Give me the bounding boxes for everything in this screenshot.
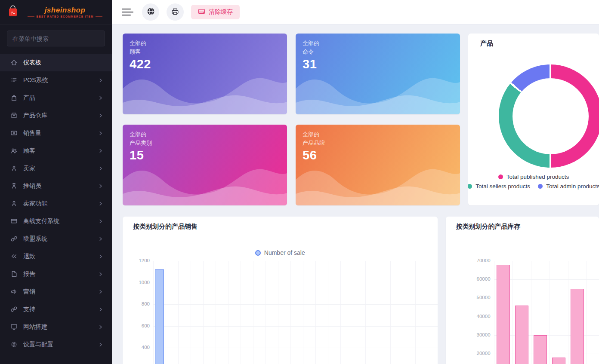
chevron-right-icon [98, 324, 103, 330]
chart-legend: Number of sale [123, 249, 438, 256]
customers-icon [10, 147, 18, 154]
sidebar-toggle-button[interactable] [122, 7, 135, 17]
products-card-title: 产品 [468, 34, 599, 54]
sidebar-item-sales[interactable]: 销售量 [0, 124, 112, 142]
bar [497, 265, 510, 364]
clear-cache-button[interactable]: 清除缓存 [191, 5, 240, 19]
legend-dot-icon [538, 184, 543, 189]
stat-value: 422 [130, 57, 280, 71]
sidebar-item-label: 支持 [23, 306, 98, 313]
legend-dot-icon [468, 184, 472, 189]
bar [552, 358, 565, 364]
legend-item[interactable]: Total admin products [538, 183, 599, 190]
sidebar-item-seller-features[interactable]: 卖家功能 [0, 195, 112, 212]
legend-item[interactable]: Total published products [498, 174, 569, 180]
stat-card-命令[interactable]: 全部的命令31 [296, 34, 460, 114]
sidebar-item-sellers[interactable]: 卖家 [0, 159, 112, 177]
globe-icon [146, 7, 155, 17]
sidebar-item-marketing[interactable]: 营销 [0, 283, 112, 300]
stat-prefix: 全部的 [130, 130, 280, 139]
sidebar-item-report[interactable]: 报告 [0, 265, 112, 283]
legend-item[interactable]: Total sellers products [468, 183, 530, 190]
y-axis-tick: 600 [124, 323, 150, 328]
report-icon [10, 270, 18, 278]
donut-hole [513, 78, 589, 154]
stat-prefix: 全部的 [130, 39, 280, 48]
sales-bar-chart: Number of sale12001000800600400 [123, 237, 438, 364]
chevron-right-icon [98, 219, 103, 224]
affiliate-icon [10, 235, 18, 242]
printer-icon [171, 7, 179, 17]
seller-icon [10, 165, 18, 172]
products-card: 产品 Total published productsTotal sellers… [468, 34, 599, 205]
print-button[interactable] [167, 3, 184, 21]
y-axis-tick: 70000 [465, 258, 491, 263]
y-axis-tick: 30000 [465, 332, 491, 337]
stat-card-顾客[interactable]: 全部的顾客422 [123, 34, 287, 114]
products-donut-chart [499, 64, 599, 168]
plot-area: 12001000800600400 [153, 261, 438, 364]
chevron-right-icon [98, 78, 103, 83]
pos-icon [10, 76, 18, 84]
sidebar-item-label: 报告 [23, 270, 98, 278]
y-axis-tick: 40000 [465, 314, 491, 319]
clear-cache-label: 清除缓存 [209, 8, 233, 16]
chevron-right-icon [98, 131, 103, 136]
topbar: 清除缓存 [112, 0, 599, 24]
y-axis-tick: 20000 [465, 351, 491, 356]
seller-features-icon [10, 200, 18, 207]
sales-chart-title: 按类别划分的产品销售 [123, 217, 438, 237]
chevron-right-icon [98, 148, 103, 153]
sidebar-item-website[interactable]: 网站搭建 [0, 318, 112, 336]
sidebar-item-affiliate[interactable]: 联盟系统 [0, 230, 112, 248]
sidebar-item-label: 卖家 [23, 165, 98, 172]
stat-label: 顾客 [130, 48, 280, 56]
sidebar-item-label: 仪表板 [23, 59, 103, 67]
warehouse-icon [10, 112, 18, 119]
sidebar-item-label: 网站搭建 [23, 323, 98, 331]
y-axis-tick: 60000 [465, 276, 491, 281]
sales-by-category-card: 按类别划分的产品销售 Number of sale120010008006004… [123, 217, 438, 364]
cache-drive-icon [198, 8, 205, 16]
y-axis-tick: 800 [124, 301, 150, 306]
language-globe-button[interactable] [142, 3, 159, 21]
sidebar-item-label: 产品仓库 [23, 112, 98, 119]
settings-icon [10, 341, 18, 348]
bag-icon [10, 94, 18, 101]
sidebar-menu: 仪表板POS系统产品产品仓库销售量顾客卖家推销员卖家功能离线支付系统联盟系统退款… [0, 53, 112, 353]
donut-legend: Total published productsTotal sellers pr… [468, 174, 599, 190]
refund-icon [10, 253, 18, 260]
marketing-icon [10, 288, 18, 295]
sales-icon [10, 129, 18, 137]
stat-label: 产品类别 [130, 139, 280, 147]
menu-search-input[interactable] [7, 31, 105, 46]
legend-marker-icon [255, 250, 261, 256]
sidebar-item-customers[interactable]: 顾客 [0, 142, 112, 159]
stat-prefix: 全部的 [303, 39, 453, 48]
stat-card-产品类别[interactable]: 全部的产品类别15 [123, 125, 287, 205]
chevron-right-icon [98, 113, 103, 118]
offline-payment-icon [10, 217, 18, 225]
sidebar-item-label: 产品 [23, 94, 98, 102]
stat-card-产品品牌[interactable]: 全部的产品品牌56 [296, 125, 460, 205]
sidebar-item-offline-payment[interactable]: 离线支付系统 [0, 212, 112, 230]
sidebar-item-settings[interactable]: 设置与配置 [0, 336, 112, 353]
stat-value: 56 [303, 148, 453, 162]
y-axis-tick: 1000 [124, 280, 150, 285]
sidebar-item-pos[interactable]: POS系统 [0, 71, 112, 89]
sidebar-item-salesman[interactable]: 推销员 [0, 177, 112, 195]
sidebar-item-support[interactable]: 支持 [0, 300, 112, 318]
chevron-right-icon [98, 184, 103, 189]
bar [534, 335, 547, 364]
chevron-right-icon [98, 307, 103, 312]
brand-logo[interactable]: jsheinshop BEST RATED ECOMMERCE ITEM [0, 0, 112, 24]
stock-bar-chart: 700006000050000400003000020000 [446, 237, 599, 364]
sidebar-item-warehouse[interactable]: 产品仓库 [0, 107, 112, 124]
sidebar-item-refund[interactable]: 退款 [0, 248, 112, 265]
sidebar-item-dashboard[interactable]: 仪表板 [0, 54, 112, 71]
chevron-right-icon [98, 201, 103, 206]
bar [571, 289, 584, 364]
sidebar-item-products[interactable]: 产品 [0, 89, 112, 107]
support-icon [10, 306, 18, 313]
chevron-right-icon [98, 342, 103, 347]
